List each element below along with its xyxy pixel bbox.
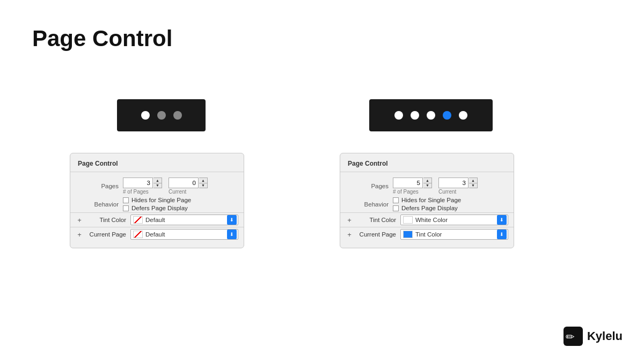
plus-icon-current-right[interactable]: +: [346, 231, 353, 239]
current-label-left: Current: [169, 189, 208, 195]
defers-display-checkbox-left[interactable]: [123, 205, 129, 211]
pages-label-left: Pages: [76, 183, 119, 189]
current-page-dropdown-left[interactable]: Default ⬇: [130, 229, 238, 240]
tint-color-dropdown-left[interactable]: Default ⬇: [130, 215, 238, 225]
of-pages-label-left: # of Pages: [123, 189, 162, 195]
behavior-col-left: Hides for Single Page Defers Page Displa…: [123, 197, 191, 211]
tint-color-value-right: White Color: [415, 217, 495, 223]
tint-color-dropdown-right[interactable]: White Color ⬇: [400, 215, 508, 225]
inspector-panel-right: Page Control Pages 5 ▲ ▼ # of Pages: [340, 153, 514, 248]
plus-icon-tint-right[interactable]: +: [346, 216, 353, 224]
defers-display-label-left[interactable]: Defers Page Display: [123, 205, 191, 211]
inspector-panel-left: Page Control Pages 3 ▲ ▼ # of Pages: [70, 153, 244, 248]
preview-box-left: [117, 99, 206, 131]
current-page-row-right: + Current Page Tint Color ⬇: [340, 227, 514, 241]
current-page-value-left: Default: [145, 231, 225, 238]
current-page-dropdown-right[interactable]: Tint Color ⬇: [400, 229, 508, 240]
hides-single-text-left: Hides for Single Page: [131, 197, 191, 203]
pages-inputs-left: 3 ▲ ▼ # of Pages 0 ▲ ▼: [123, 178, 238, 195]
pages-inputs-right: 5 ▲ ▼ # of Pages 3 ▲ ▼: [393, 178, 508, 195]
current-dropdown-arrow-right[interactable]: ⬇: [497, 230, 507, 239]
svg-text:✏: ✏: [566, 331, 575, 343]
tint-color-row-right: + Tint Color White Color ⬇: [340, 212, 514, 227]
current-field-right: 3 ▲ ▼ Current: [438, 178, 478, 195]
pages-count-input-right[interactable]: 5: [393, 178, 423, 188]
tint-dropdown-arrow-right[interactable]: ⬇: [497, 215, 507, 225]
pages-row-right: Pages 5 ▲ ▼ # of Pages 3: [340, 176, 514, 196]
current-page-swatch-right: [403, 231, 413, 238]
stepper-down-left[interactable]: ▼: [153, 183, 162, 188]
current-input-group-left: 0 ▲ ▼: [169, 178, 208, 188]
preview-box-right: [369, 99, 493, 131]
pages-label-right: Pages: [346, 183, 389, 189]
kylelu-logo: ✏ Kylelu: [564, 327, 623, 346]
panel-title-left: Page Control: [70, 159, 244, 172]
behavior-col-right: Hides for Single Page Defers Page Displa…: [393, 197, 461, 211]
page-title: Page Control: [32, 26, 172, 51]
dot-right-1: [394, 111, 403, 120]
current-stepper-right[interactable]: ▲ ▼: [469, 178, 478, 188]
pages-row-left: Pages 3 ▲ ▼ # of Pages 0: [70, 176, 244, 196]
pages-count-input-group-right: 5 ▲ ▼: [393, 178, 432, 188]
plus-icon-tint-left[interactable]: +: [76, 216, 83, 224]
stepper-up-right[interactable]: ▲: [423, 178, 431, 183]
kylelu-icon: ✏: [564, 327, 583, 346]
current-field-left: 0 ▲ ▼ Current: [169, 178, 208, 195]
behavior-label-left: Behavior: [76, 201, 119, 208]
of-pages-label-right: # of Pages: [393, 189, 432, 195]
defers-display-checkbox-right[interactable]: [393, 205, 399, 211]
current-page-value-right: Tint Color: [415, 231, 495, 238]
pages-count-field-left: 3 ▲ ▼ # of Pages: [123, 178, 162, 195]
pages-count-field-right: 5 ▲ ▼ # of Pages: [393, 178, 432, 195]
hides-single-checkbox-right[interactable]: [393, 197, 399, 203]
dot-right-2: [411, 111, 419, 120]
dot-left-3: [173, 111, 182, 120]
defers-display-text-right: Defers Page Display: [401, 205, 458, 211]
dot-right-3: [427, 111, 435, 120]
dot-left-1: [141, 111, 150, 120]
pages-fields-right: 5 ▲ ▼ # of Pages 3 ▲ ▼: [393, 178, 478, 195]
kylelu-text: Kylelu: [587, 329, 623, 343]
hides-single-text-right: Hides for Single Page: [401, 197, 461, 203]
current-stepper-down-left[interactable]: ▼: [199, 183, 207, 188]
tint-color-swatch-right: [403, 216, 413, 224]
pages-count-input-left[interactable]: 3: [123, 178, 153, 188]
current-stepper-up-right[interactable]: ▲: [469, 178, 477, 183]
tint-color-value-left: Default: [145, 217, 225, 223]
current-page-label-left: Current Page: [85, 231, 126, 238]
tint-color-swatch-left: [133, 216, 143, 224]
defers-display-text-left: Defers Page Display: [131, 205, 188, 211]
dot-right-5: [459, 111, 467, 120]
tint-color-label-left: Tint Color: [85, 217, 126, 223]
plus-icon-current-left[interactable]: +: [76, 231, 83, 239]
current-page-row-left: + Current Page Default ⬇: [70, 227, 244, 241]
current-dropdown-arrow-left[interactable]: ⬇: [227, 230, 237, 239]
current-input-left[interactable]: 0: [169, 178, 199, 188]
current-stepper-down-right[interactable]: ▼: [469, 183, 477, 188]
current-page-label-right: Current Page: [355, 231, 396, 238]
hides-single-checkbox-left[interactable]: [123, 197, 129, 203]
current-stepper-up-left[interactable]: ▲: [199, 178, 207, 183]
pages-count-stepper-right[interactable]: ▲ ▼: [423, 178, 432, 188]
tint-color-label-right: Tint Color: [355, 217, 396, 223]
defers-display-label-right[interactable]: Defers Page Display: [393, 205, 461, 211]
stepper-up-left[interactable]: ▲: [153, 178, 162, 183]
tint-dropdown-arrow-left[interactable]: ⬇: [227, 215, 237, 225]
pages-fields-left: 3 ▲ ▼ # of Pages 0 ▲ ▼: [123, 178, 208, 195]
current-input-group-right: 3 ▲ ▼: [438, 178, 478, 188]
current-page-swatch-left: [133, 231, 143, 238]
pages-count-input-group-left: 3 ▲ ▼: [123, 178, 162, 188]
pages-count-stepper-left[interactable]: ▲ ▼: [153, 178, 162, 188]
current-label-right: Current: [438, 189, 478, 195]
panel-title-right: Page Control: [340, 159, 514, 172]
stepper-down-right[interactable]: ▼: [423, 183, 431, 188]
dot-left-2: [157, 111, 166, 120]
hides-single-label-left[interactable]: Hides for Single Page: [123, 197, 191, 203]
hides-single-label-right[interactable]: Hides for Single Page: [393, 197, 461, 203]
tint-color-row-left: + Tint Color Default ⬇: [70, 212, 244, 227]
current-input-right[interactable]: 3: [438, 178, 469, 188]
current-stepper-left[interactable]: ▲ ▼: [199, 178, 208, 188]
behavior-label-right: Behavior: [346, 201, 389, 208]
behavior-row-right: Behavior Hides for Single Page Defers Pa…: [340, 196, 514, 212]
behavior-row-left: Behavior Hides for Single Page Defers Pa…: [70, 196, 244, 212]
